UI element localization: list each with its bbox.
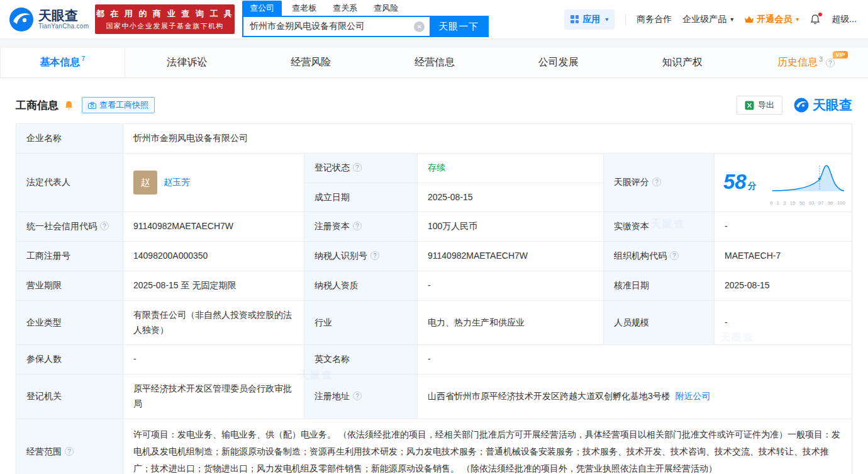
help-icon[interactable]: ? [100,222,109,230]
promo-banner: 都 在 用 的 商 业 查 询 工 具 国家中小企业发展子基金旗下机构 [95,4,235,34]
tab-count: 3 [819,55,823,63]
membership-label: 开通会员 [757,14,792,25]
table-row: 法定代表人 赵 赵玉芳 登记状态? 存续 天眼评分? [16,153,852,183]
help-icon[interactable]: ? [652,178,661,186]
business-info-section-header: 工商信息 查看工商快照 导出 [16,96,852,115]
field-credit-code-value: 91140982MAETAECH7W [123,212,304,242]
field-legal-rep-label: 法定代表人 [16,153,123,212]
menu-super-vip[interactable]: 超级... [832,14,857,25]
field-taxpayer-quality-value: - [418,271,604,300]
tianyancha-logo[interactable]: 天眼查 TianYanCha.com [9,7,89,32]
export-button[interactable]: 导出 [737,96,782,115]
field-industry-value: 电力、热力生产和供应业 [418,300,604,345]
field-insured-count-label: 参保人数 [16,345,123,375]
field-reg-capital-label: 注册资本? [304,212,418,242]
legal-rep-link[interactable]: 赵玉芳 [164,175,190,190]
search-tab-boss[interactable]: 查老板 [292,1,316,16]
field-established-label: 成立日期 [304,183,418,212]
field-taxpayer-quality-label: 纳税人资质 [304,271,418,300]
menu-enterprise-products[interactable]: 企业级产品 ▾ [682,14,733,25]
label-text: 注册地址 [314,391,350,401]
field-paid-capital-label: 实缴资本 [604,212,715,242]
view-snapshot-button[interactable]: 查看工商快照 [82,97,155,113]
field-reg-status-label: 登记状态? [304,153,418,183]
apps-menu[interactable]: 应用 ▾ [564,9,615,30]
business-info-table: 企业名称 忻州市金朔风电设备有限公司 法定代表人 赵 赵玉芳 登记状态? [16,123,852,474]
tianyancha-watermark-logo[interactable]: 天眼查 [794,96,852,114]
tab-count: 7 [81,55,85,62]
help-icon[interactable]: ? [353,222,362,230]
excel-icon [745,101,754,110]
crown-icon [744,15,754,23]
help-icon[interactable]: ? [370,251,379,260]
help-icon[interactable]: ? [353,392,362,400]
tab-business-info[interactable]: 经营信息 [373,48,497,77]
field-approval-date-label: 核准日期 [604,271,715,300]
clear-icon[interactable]: ✕ [414,21,425,32]
top-menu: 应用 ▾ 商务合作 企业级产品 ▾ 开通会员 ▾ [564,9,857,30]
field-business-term-value: 2025-08-15 至 无固定期限 [123,271,304,300]
field-score-label: 天眼评分? [604,153,715,212]
tab-basic-info[interactable]: 基本信息7 [0,48,125,77]
logo-subtitle: TianYanCha.com [38,23,89,30]
label-text: 统一社会信用代码 [26,221,97,231]
table-row: 经营范围? 许可项目：发电业务、输电业务、供（配）电业务。 （依法须经批准的项目… [16,419,852,474]
menu-cooperation[interactable]: 商务合作 [637,14,672,25]
avatar[interactable]: 赵 [133,171,157,195]
field-insured-count-value: - [123,345,304,375]
chevron-down-icon: ▾ [730,16,733,23]
search-area: 查公司 查老板 查关系 查风险 ✕ 天眼一下 [242,1,489,37]
field-company-name-label: 企业名称 [16,124,123,154]
score-value: 58 [723,170,747,193]
section-title: 工商信息 [16,98,58,113]
table-row: 营业期限 2025-08-15 至 无固定期限 纳税人资质 - 核准日期 202… [16,271,852,300]
tab-label: 经营风险 [291,56,331,69]
score-number[interactable]: 58分 [723,171,757,194]
notification-dot [818,13,822,16]
menu-enterprise-label: 企业级产品 [682,14,726,25]
label-text: 注册资本 [314,221,350,231]
help-icon[interactable]: ? [826,59,835,67]
field-reg-address-label: 注册地址? [304,375,418,419]
label-text: 纳税人识别号 [314,251,367,261]
tab-operating-risk[interactable]: 经营风险 [249,48,373,77]
label-text: 登记状态 [314,162,350,172]
tab-label: 知识产权 [662,56,703,69]
search-button[interactable]: 天眼一下 [430,17,487,36]
search-tab-relation[interactable]: 查关系 [333,1,357,16]
table-row: 统一社会信用代码? 91140982MAETAECH7W 注册资本? 100万人… [16,212,852,242]
business-info-table-wrap: 天眼查 天眼查 天眼查 企业名称 忻州市金朔风电设备有限公司 法定代表人 赵 [16,123,852,474]
search-tab-company[interactable]: 查公司 [242,1,282,16]
help-icon[interactable]: ? [353,163,362,172]
notification-bell[interactable] [810,14,821,25]
help-icon[interactable]: ? [65,447,74,456]
tab-intellectual-property[interactable]: 知识产权 [620,48,744,77]
field-paid-capital-value: - [715,212,852,242]
monitor-bell-icon[interactable] [64,100,74,111]
search-input[interactable] [243,17,414,36]
snapshot-label: 查看工商快照 [99,99,148,111]
field-english-name-label: 英文名称 [304,345,418,375]
table-row: 企业类型 有限责任公司（非自然人投资或控股的法人独资） 行业 电力、热力生产和供… [16,300,852,345]
field-credit-code-label: 统一社会信用代码? [16,212,123,242]
label-text: 天眼评分 [614,177,649,187]
field-reg-authority-value: 原平经济技术开发区管理委员会行政审批局 [123,375,304,419]
tab-history-info[interactable]: 历史信息3 ? VIP [744,48,868,77]
field-company-type-value: 有限责任公司（非自然人投资或控股的法人独资） [123,300,304,345]
brand-name: 天眼查 [813,96,852,114]
help-icon[interactable]: ? [670,251,679,260]
tab-legal-litigation[interactable]: 法律诉讼 [125,48,249,77]
apps-label: 应用 [582,14,600,25]
field-company-type-label: 企业类型 [16,300,123,345]
nearby-companies-link[interactable]: 附近公司 [676,391,711,401]
field-taxpayer-id-label: 纳税人识别号? [304,242,418,271]
search-tab-risk[interactable]: 查风险 [374,1,398,16]
field-score-value: 58分 0131550939799100 [715,153,852,212]
field-english-name-value: - [418,345,852,375]
tab-company-development[interactable]: 公司发展 [496,48,620,77]
tab-label: 公司发展 [538,56,579,69]
field-staff-size-value: - [715,300,852,345]
field-company-name-value: 忻州市金朔风电设备有限公司 [123,124,852,154]
menu-open-membership[interactable]: 开通会员 ▾ [744,14,799,25]
tab-label: 法律诉讼 [167,56,207,69]
